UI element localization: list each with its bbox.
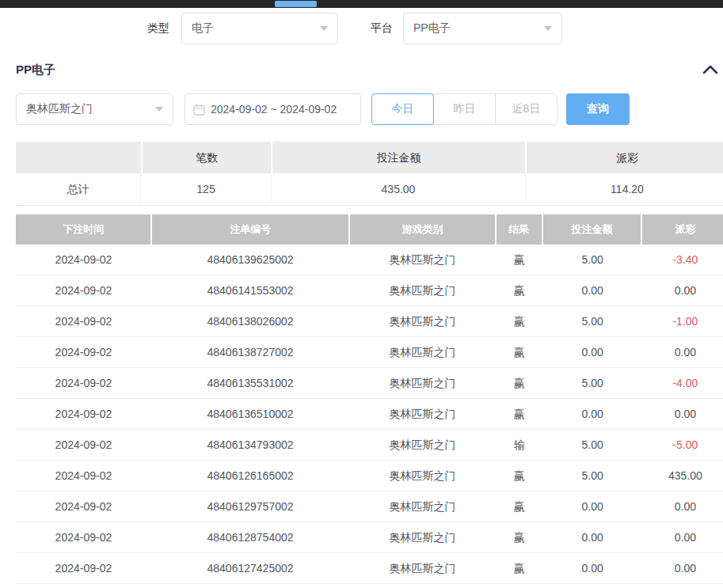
bet-amount-cell: 0.00: [543, 399, 642, 429]
quick-date-button-group: 今日 昨日 近8日: [371, 93, 557, 125]
order-id-cell: 48406127425002: [151, 553, 349, 583]
calendar-icon: [193, 104, 205, 116]
chevron-down-icon: [320, 26, 328, 31]
game-category-cell: 奥林匹斯之门: [349, 553, 496, 583]
result-cell: 赢: [496, 491, 543, 522]
section-title: PP电子: [16, 63, 55, 78]
table-row: 2024-09-02 48406134793002 奥林匹斯之门 输 5.00 …: [16, 430, 723, 461]
game-category-cell: 奥林匹斯之门: [349, 306, 496, 336]
bet-amount-cell: 0.00: [543, 275, 642, 305]
payout-cell: 0.00: [642, 337, 723, 367]
result-cell: 输: [496, 430, 543, 460]
payout-cell: -5.00: [642, 584, 723, 588]
header-game-category: 游戏类别: [350, 214, 494, 245]
summary-header-bet-amount: 投注金额: [272, 142, 524, 173]
yesterday-button[interactable]: 昨日: [433, 93, 496, 125]
bet-time-cell: 2024-09-02: [16, 430, 151, 460]
table-row: 2024-09-02 48406128754002 奥林匹斯之门 赢 0.00 …: [16, 522, 723, 553]
bet-amount-cell: 0.00: [543, 337, 642, 367]
bet-time-cell: 2024-09-02: [16, 399, 151, 429]
collapse-chevron-up-icon[interactable]: [702, 63, 719, 77]
summary-table: 笔数 投注金额 派彩 总计 125 435.00 114.20: [16, 142, 723, 206]
payout-cell: -3.40: [642, 245, 723, 275]
payout-cell: -1.00: [642, 306, 723, 336]
scrollbar-thumb[interactable]: [275, 1, 317, 7]
order-id-cell: 48406129757002: [151, 491, 349, 522]
bet-amount-cell: 0.00: [543, 553, 642, 583]
last-8-days-button[interactable]: 近8日: [495, 93, 557, 125]
table-row: 2024-09-02 48406127425002 奥林匹斯之门 赢 0.00 …: [16, 553, 723, 584]
chevron-down-icon: [544, 26, 552, 31]
bet-time-cell: 2024-09-02: [16, 245, 151, 275]
game-category-cell: 奥林匹斯之门: [349, 337, 496, 367]
today-button[interactable]: 今日: [371, 93, 434, 125]
result-cell: 赢: [496, 368, 543, 398]
game-select[interactable]: 奥林匹斯之门: [16, 93, 173, 125]
order-id-cell: 48406138727002: [151, 337, 349, 367]
bet-amount-cell: 5.00: [543, 461, 642, 491]
header-bet-amount: 投注金额: [543, 214, 641, 245]
type-select[interactable]: 电子: [181, 13, 338, 44]
payout-cell: 0.00: [642, 491, 723, 522]
table-row: 2024-09-02 48406129757002 奥林匹斯之门 赢 0.00 …: [16, 491, 723, 522]
order-id-cell: 48406126165002: [151, 461, 349, 491]
order-id-cell: 48406141553002: [151, 275, 349, 305]
summary-total-count: 125: [141, 173, 272, 205]
bet-amount-cell: 0.00: [543, 522, 642, 552]
date-range-picker[interactable]: 2024-09-02 ~ 2024-09-02: [185, 93, 361, 125]
summary-total-label: 总计: [16, 173, 141, 205]
summary-header-row: 笔数 投注金额 派彩: [16, 142, 723, 173]
bet-time-cell: 2024-09-02: [16, 553, 151, 583]
order-id-cell: 48406138026002: [151, 306, 349, 336]
game-category-cell: 奥林匹斯之门: [349, 584, 496, 588]
table-row: 2024-09-02 48406139625002 奥林匹斯之门 赢 5.00 …: [16, 245, 723, 275]
game-category-cell: 奥林匹斯之门: [349, 461, 496, 491]
platform-select-value: PP电子: [413, 21, 451, 36]
header-result: 结果: [497, 214, 542, 245]
order-id-cell: 48406139625002: [151, 245, 349, 275]
result-cell: 赢: [496, 337, 543, 367]
result-cell: 输: [496, 584, 543, 588]
order-id-cell: 48406128754002: [151, 522, 349, 552]
bet-records-table: 下注时间 注单编号 游戏类别 结果 投注金额 派彩 2024-09-02 484…: [16, 214, 723, 588]
game-category-cell: 奥林匹斯之门: [349, 430, 496, 460]
table-row: 2024-09-02 48406138026002 奥林匹斯之门 赢 5.00 …: [16, 306, 723, 337]
payout-cell: -5.00: [642, 430, 723, 460]
table-row: 2024-09-02 48406141553002 奥林匹斯之门 赢 0.00 …: [16, 275, 723, 306]
result-cell: 赢: [496, 461, 543, 491]
bet-amount-cell: 5.00: [543, 245, 642, 275]
date-range-value: 2024-09-02 ~ 2024-09-02: [211, 103, 337, 116]
platform-label: 平台: [371, 21, 393, 36]
bet-time-cell: 2024-09-02: [16, 461, 151, 491]
bet-time-cell: 2024-09-02: [16, 584, 151, 588]
result-cell: 赢: [496, 522, 543, 552]
type-label: 类型: [147, 21, 169, 36]
chevron-down-icon: [155, 107, 163, 112]
summary-total-row: 总计 125 435.00 114.20: [16, 173, 723, 206]
bet-time-cell: 2024-09-02: [16, 275, 151, 305]
search-button[interactable]: 查询: [566, 93, 630, 125]
result-cell: 赢: [496, 553, 543, 583]
type-select-value: 电子: [192, 21, 214, 36]
game-category-cell: 奥林匹斯之门: [349, 491, 496, 522]
order-id-cell: 48406136510002: [151, 399, 349, 429]
bet-amount-cell: 5.00: [543, 368, 642, 398]
summary-header-empty: [16, 142, 141, 173]
summary-total-payout: 114.20: [526, 173, 723, 205]
payout-cell: -4.00: [642, 368, 723, 398]
top-scrollbar[interactable]: [0, 0, 723, 8]
result-cell: 赢: [496, 275, 543, 305]
header-payout: 派彩: [642, 214, 723, 245]
bet-time-cell: 2024-09-02: [16, 306, 151, 336]
platform-select[interactable]: PP电子: [403, 13, 562, 44]
game-category-cell: 奥林匹斯之门: [349, 368, 496, 398]
header-bet-time: 下注时间: [16, 214, 150, 245]
table-row: 2024-09-02 48406135531002 奥林匹斯之门 赢 5.00 …: [16, 368, 723, 399]
order-id-cell: 48406135531002: [151, 368, 349, 398]
bet-amount-cell: 5.00: [543, 584, 642, 588]
bet-time-cell: 2024-09-02: [16, 337, 151, 367]
table-row: 2024-09-02 48406125316002 奥林匹斯之门 输 5.00 …: [16, 584, 723, 588]
bet-table-header-row: 下注时间 注单编号 游戏类别 结果 投注金额 派彩: [16, 214, 723, 245]
payout-cell: 0.00: [642, 399, 723, 429]
bet-amount-cell: 0.00: [543, 491, 642, 522]
